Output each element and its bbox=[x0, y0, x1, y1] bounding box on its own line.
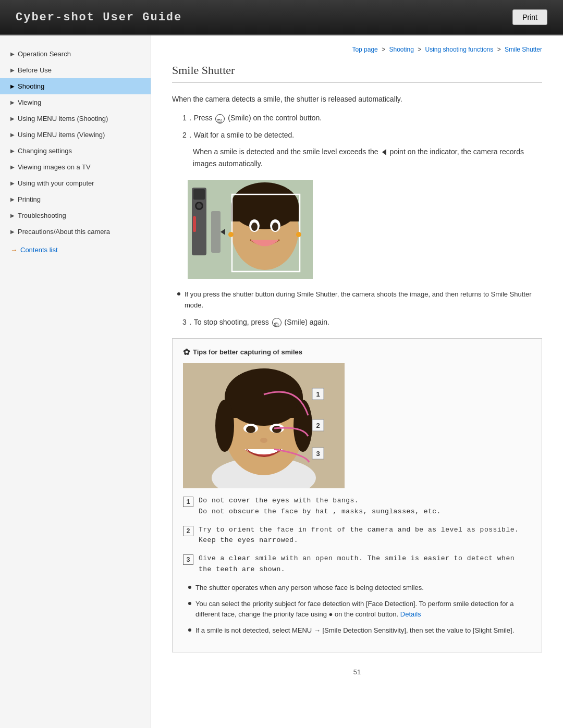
sidebar-item-viewing-tv[interactable]: ▶ Viewing images on a TV bbox=[0, 159, 151, 175]
arrow-icon: ▶ bbox=[10, 229, 15, 235]
sidebar-item-viewing[interactable]: ▶ Viewing bbox=[0, 94, 151, 110]
tip-bullets: The shutter operates when any person who… bbox=[183, 583, 531, 636]
tip-number-1: 1 bbox=[183, 497, 193, 507]
sidebar: ▶ Operation Search ▶ Before Use ▶ Shooti… bbox=[0, 35, 151, 728]
breadcrumb-sep: > bbox=[382, 46, 387, 53]
svg-point-17 bbox=[296, 232, 301, 237]
bullet-dot-3 bbox=[188, 628, 191, 632]
tip-bullet-1: The shutter operates when any person who… bbox=[183, 583, 531, 594]
tip-title: ✿ Tips for better capturing of smiles bbox=[183, 347, 531, 357]
svg-rect-14 bbox=[211, 211, 221, 253]
smile-icon-1: ☺ bbox=[215, 114, 225, 124]
sidebar-item-operation-search[interactable]: ▶ Operation Search bbox=[0, 46, 151, 62]
arrow-icon: ▶ bbox=[10, 100, 15, 105]
app-title: Cyber-shot User Guide bbox=[16, 11, 182, 24]
arrow-icon: ▶ bbox=[10, 180, 15, 186]
breadcrumb-shooting[interactable]: Shooting bbox=[389, 46, 413, 53]
step3-text: 3．To stop shooting, press ☺ (Smile) agai… bbox=[172, 316, 542, 328]
tip2-sub: Keep the eyes narrowed. bbox=[199, 535, 519, 546]
smile-icon-3: ☺ bbox=[272, 318, 282, 327]
tip-bullet-2: You can select the priority subject for … bbox=[183, 599, 531, 621]
sidebar-item-printing[interactable]: ▶ Printing bbox=[0, 191, 151, 207]
tip3-content: Give a clear smile with an open mouth. T… bbox=[199, 553, 531, 575]
svg-point-28 bbox=[246, 426, 255, 433]
page-number: 51 bbox=[172, 668, 542, 676]
face-detection-image bbox=[188, 180, 313, 279]
intro-text: When the camera detects a smile, the shu… bbox=[172, 93, 542, 105]
sidebar-item-troubleshooting[interactable]: ▶ Troubleshooting bbox=[0, 207, 151, 224]
svg-rect-2 bbox=[193, 189, 205, 200]
sidebar-item-precautions[interactable]: ▶ Precautions/About this camera bbox=[0, 224, 151, 240]
svg-point-25 bbox=[293, 400, 312, 452]
tip1-heading: Do not cover the eyes with the bangs. bbox=[199, 496, 441, 507]
sidebar-item-changing-settings[interactable]: ▶ Changing settings bbox=[0, 143, 151, 159]
bullet-dot-1 bbox=[188, 586, 191, 589]
step2-sub-text: When a smile is detected and the smile l… bbox=[172, 146, 542, 169]
tip-bullet-3: If a smile is not detected, select MENU … bbox=[183, 625, 531, 636]
print-button[interactable]: Print bbox=[512, 9, 547, 25]
arrow-icon: ▶ bbox=[10, 164, 15, 170]
svg-text:2: 2 bbox=[316, 422, 320, 429]
step1-text: 1．Press ☺ (Smile) on the control button. bbox=[172, 112, 542, 124]
contents-list-link[interactable]: → Contents list bbox=[0, 240, 151, 258]
tips-box: ✿ Tips for better capturing of smiles bbox=[172, 338, 542, 652]
tip2-content: Try to orient the face in front of the c… bbox=[199, 525, 519, 547]
tip1-content: Do not cover the eyes with the bangs. Do… bbox=[199, 496, 441, 517]
if-bullet-item: If you press the shutter button during S… bbox=[172, 289, 542, 311]
svg-point-16 bbox=[228, 232, 234, 237]
contents-arrow-icon: → bbox=[10, 246, 17, 254]
tip-number-3: 3 bbox=[183, 554, 193, 565]
breadcrumb-using-functions[interactable]: Using shooting functions bbox=[425, 46, 494, 53]
svg-point-4 bbox=[197, 203, 202, 208]
sidebar-item-menu-shooting[interactable]: ▶ Using MENU items (Shooting) bbox=[0, 110, 151, 127]
arrow-icon: ▶ bbox=[10, 132, 15, 138]
arrow-icon: ▶ bbox=[10, 67, 15, 73]
bullet-dot-2 bbox=[188, 602, 191, 605]
step2-text: 2．Wait for a smile to be detected. bbox=[172, 129, 542, 141]
content-area: Top page > Shooting > Using shooting fun… bbox=[151, 35, 563, 728]
tip-item-1: 1 Do not cover the eyes with the bangs. … bbox=[183, 496, 531, 517]
svg-point-11 bbox=[251, 223, 258, 231]
svg-rect-5 bbox=[193, 216, 196, 232]
arrow-icon: ▶ bbox=[10, 116, 15, 121]
svg-text:3: 3 bbox=[316, 450, 320, 458]
tip-bullet-2-text: You can select the priority subject for … bbox=[195, 599, 531, 621]
breadcrumb: Top page > Shooting > Using shooting fun… bbox=[172, 46, 542, 53]
tip-number-2: 2 bbox=[183, 526, 193, 536]
tip-bullet-1-text: The shutter operates when any person who… bbox=[195, 583, 424, 594]
main-layout: ▶ Operation Search ▶ Before Use ▶ Shooti… bbox=[0, 35, 563, 728]
arrow-icon: ▶ bbox=[10, 83, 15, 89]
svg-point-30 bbox=[260, 438, 267, 443]
tips-image: 1 2 3 bbox=[183, 363, 345, 488]
sidebar-item-before-use[interactable]: ▶ Before Use bbox=[0, 62, 151, 78]
tip-item-2: 2 Try to orient the face in front of the… bbox=[183, 525, 531, 547]
page-title: Smile Shutter bbox=[172, 64, 542, 83]
arrow-icon: ▶ bbox=[10, 213, 15, 218]
breadcrumb-sep2: > bbox=[418, 46, 423, 53]
arrow-icon: ▶ bbox=[10, 196, 15, 202]
svg-rect-23 bbox=[225, 397, 303, 418]
tip3-heading: Give a clear smile with an open mouth. T… bbox=[199, 553, 531, 575]
if-bullet-text: If you press the shutter button during S… bbox=[185, 289, 542, 311]
tip-icon: ✿ bbox=[183, 347, 190, 357]
sidebar-item-shooting[interactable]: ▶ Shooting bbox=[0, 78, 151, 94]
triangle-icon bbox=[382, 149, 386, 155]
arrow-icon-menu: → bbox=[314, 626, 321, 634]
svg-point-29 bbox=[272, 426, 282, 433]
svg-point-12 bbox=[272, 223, 278, 231]
details-link[interactable]: Details bbox=[400, 610, 421, 618]
svg-rect-8 bbox=[231, 206, 299, 221]
sidebar-item-menu-viewing[interactable]: ▶ Using MENU items (Viewing) bbox=[0, 127, 151, 143]
tip1-sub: Do not obscure the face by hat , masks, … bbox=[199, 507, 441, 517]
tip2-heading: Try to orient the face in front of the c… bbox=[199, 525, 519, 536]
breadcrumb-top[interactable]: Top page bbox=[352, 46, 377, 53]
header: Cyber-shot User Guide Print bbox=[0, 0, 563, 35]
bullet-dot bbox=[177, 292, 180, 295]
svg-point-24 bbox=[215, 400, 234, 452]
breadcrumb-current[interactable]: Smile Shutter bbox=[505, 46, 542, 53]
breadcrumb-sep3: > bbox=[497, 46, 503, 53]
tip-bullet-3-text: If a smile is not detected, select MENU … bbox=[195, 625, 514, 636]
tip-item-3: 3 Give a clear smile with an open mouth.… bbox=[183, 553, 531, 575]
svg-text:1: 1 bbox=[316, 390, 320, 398]
sidebar-item-computer[interactable]: ▶ Using with your computer bbox=[0, 175, 151, 191]
